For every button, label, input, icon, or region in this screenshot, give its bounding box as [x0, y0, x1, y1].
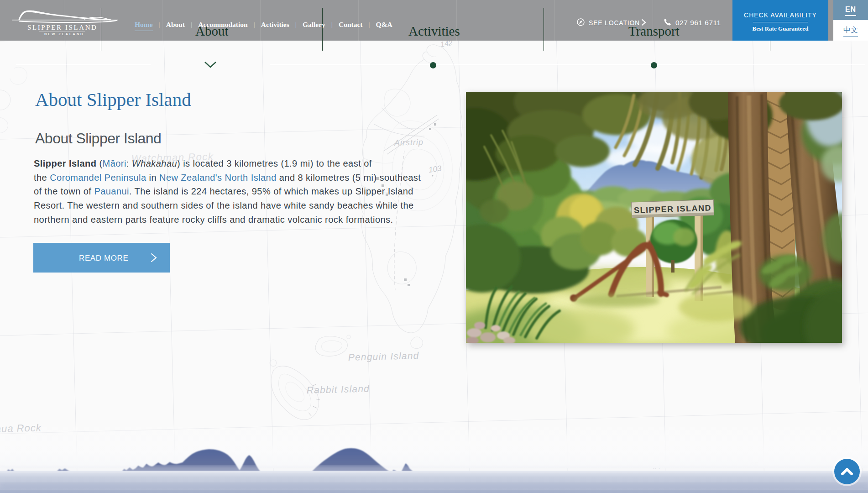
svg-text:103: 103: [428, 164, 442, 174]
svg-text:NEW ZEALAND: NEW ZEALAND: [44, 32, 84, 36]
svg-text:Penguin Island: Penguin Island: [348, 350, 419, 362]
svg-text:SLIPPER ISLAND: SLIPPER ISLAND: [27, 24, 98, 31]
svg-text:Rabbit Island: Rabbit Island: [307, 383, 370, 395]
svg-text:Airstrip: Airstrip: [394, 137, 424, 147]
